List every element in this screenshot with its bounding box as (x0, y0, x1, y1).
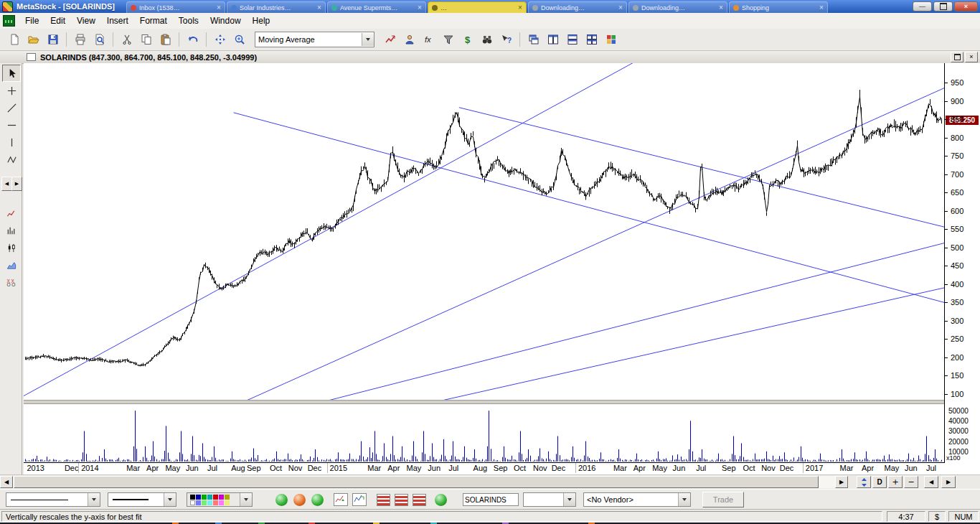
tab-close-icon[interactable]: × (217, 4, 221, 11)
maximize-button[interactable] (933, 1, 953, 11)
browser-tab[interactable]: …× (428, 1, 527, 13)
decimal-button[interactable]: D (872, 476, 887, 488)
trendline-tool-button[interactable] (2, 99, 21, 116)
cycle-tool-button[interactable] (2, 151, 21, 168)
zoom-in-button[interactable]: + (888, 476, 903, 488)
line-style-select[interactable] (6, 492, 100, 507)
menu-file[interactable]: File (19, 14, 44, 28)
tab-close-icon[interactable]: × (418, 4, 422, 11)
pan-button[interactable] (210, 30, 230, 50)
chart-restore-button[interactable] (951, 52, 963, 62)
symbol-input[interactable] (463, 493, 519, 506)
layout-red-icon[interactable] (395, 494, 408, 506)
scroll-right-button[interactable]: ▶ (835, 476, 848, 488)
menu-format[interactable]: Format (134, 14, 173, 28)
color-palette-button[interactable] (187, 492, 253, 507)
tab-close-icon[interactable]: × (518, 4, 522, 11)
orb-green-icon[interactable] (435, 494, 447, 506)
chevron-down-icon[interactable] (240, 493, 252, 506)
layout-red-icon[interactable] (413, 494, 426, 506)
tab-close-icon[interactable]: × (317, 4, 321, 11)
export-data-button[interactable] (352, 493, 367, 506)
menu-tools[interactable]: Tools (173, 14, 204, 28)
price-style-4-button[interactable] (2, 256, 21, 273)
scroll-left-button[interactable]: ◀ (0, 476, 13, 488)
menu-view[interactable]: View (71, 14, 101, 28)
chart-window-icon[interactable] (3, 15, 15, 27)
close-button[interactable]: × (954, 1, 978, 11)
chevron-down-icon[interactable] (563, 493, 575, 506)
rescale-y-button[interactable] (857, 476, 871, 488)
tab-close-icon[interactable]: × (719, 4, 723, 11)
line-weight-select[interactable] (108, 492, 176, 507)
export-chart-button[interactable] (334, 493, 348, 506)
chart-close-button[interactable]: × (965, 52, 978, 62)
vertical-line-tool-button[interactable] (2, 134, 21, 151)
palette-next-button[interactable]: ▶ (11, 177, 22, 191)
period-select[interactable] (523, 492, 576, 507)
prev-chart-button[interactable]: ◀ (924, 476, 938, 488)
cut-button[interactable] (117, 30, 136, 50)
orb-green-icon[interactable] (275, 494, 288, 506)
palette-prev-button[interactable]: ◀ (1, 177, 12, 191)
menu-edit[interactable]: Edit (44, 14, 71, 28)
price-style-1-button[interactable] (2, 205, 21, 222)
browser-tab[interactable]: Downloading…× (528, 1, 627, 13)
browser-tab[interactable]: Avenue Supermts…× (327, 1, 426, 13)
chart-window-titlebar[interactable]: SOLARINDS (847.300, 864.700, 845.100, 84… (0, 51, 980, 64)
indicator-builder-button[interactable]: fx (419, 30, 438, 50)
new-button[interactable] (4, 30, 24, 50)
chevron-down-icon[interactable] (88, 493, 100, 506)
menu-insert[interactable]: Insert (101, 14, 134, 28)
next-chart-button[interactable]: ▶ (941, 476, 956, 488)
browser-tab[interactable]: Solar Industries…× (227, 1, 326, 13)
attach-indicator-button[interactable] (380, 30, 400, 50)
open-button[interactable] (24, 30, 43, 50)
save-button[interactable] (43, 30, 62, 50)
price-axis[interactable]: 848.250 95090085080075070065060055050045… (944, 63, 980, 463)
orb-green-icon[interactable] (311, 494, 324, 506)
scrollbar-thumb[interactable] (14, 476, 819, 488)
price-style-2-button[interactable] (2, 222, 21, 239)
date-axis[interactable]: 2013Dec2014MarAprMayJunJulAugSepOctNovDe… (24, 463, 980, 474)
chevron-down-icon[interactable] (164, 493, 176, 506)
zoom-button[interactable] (230, 30, 249, 50)
menu-window[interactable]: Window (204, 14, 247, 28)
print-preview-button[interactable] (90, 30, 109, 50)
print-button[interactable] (70, 30, 90, 50)
crosshair-tool-button[interactable] (2, 82, 21, 99)
tab-close-icon[interactable]: × (618, 4, 623, 11)
system-tester-button[interactable]: $ (458, 30, 477, 50)
workspace-button[interactable] (601, 30, 621, 50)
price-style-5-button[interactable]: X XO O (2, 273, 21, 291)
layout-red-icon[interactable] (377, 494, 390, 506)
menu-help[interactable]: Help (247, 14, 276, 28)
minimize-button[interactable]: — (913, 1, 932, 11)
expert-advisor-button[interactable] (400, 30, 419, 50)
horizontal-line-tool-button[interactable] (2, 116, 21, 134)
pointer-tool-button[interactable] (2, 65, 21, 82)
orb-red-icon[interactable] (293, 494, 306, 506)
tile-grid-button[interactable] (582, 30, 601, 50)
cascade-windows-button[interactable] (524, 30, 543, 50)
price-style-3-button[interactable] (2, 239, 21, 256)
trade-button[interactable]: Trade (702, 492, 744, 507)
chevron-down-icon[interactable] (678, 493, 690, 506)
browser-tab[interactable]: Downloading…× (628, 1, 727, 13)
browser-tab[interactable]: Shopping× (729, 1, 828, 13)
scrollbar-track[interactable] (13, 476, 835, 488)
vendor-select[interactable]: <No Vendor> (583, 492, 691, 507)
paste-button[interactable] (156, 30, 175, 50)
context-help-button[interactable]: ? (496, 30, 516, 50)
explorer-button[interactable] (438, 30, 458, 50)
price-chart[interactable] (24, 63, 944, 463)
combobox-drop-button[interactable] (362, 33, 374, 46)
indicator-combobox[interactable]: Moving Average (255, 32, 374, 47)
undo-button[interactable] (183, 30, 202, 50)
browser-tab[interactable]: Inbox (1538…× (126, 1, 225, 13)
tile-vertical-button[interactable] (543, 30, 562, 50)
search-button[interactable] (477, 30, 496, 50)
copy-button[interactable] (136, 30, 156, 50)
tab-close-icon[interactable]: × (819, 4, 824, 11)
tile-horizontal-button[interactable] (562, 30, 582, 50)
